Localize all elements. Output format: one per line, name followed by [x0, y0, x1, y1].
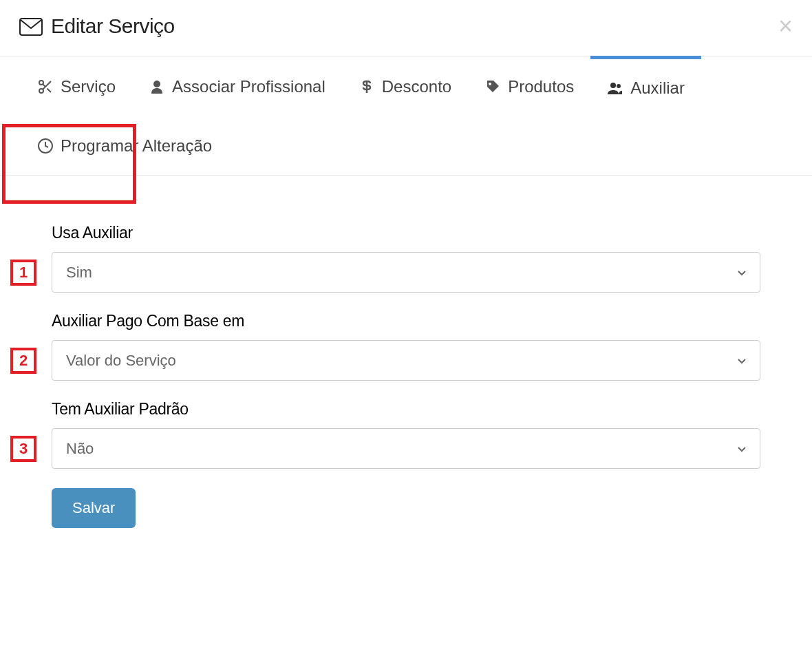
clock-icon	[37, 138, 54, 154]
select-pago-com-base[interactable]: Valor do Serviço	[52, 340, 760, 381]
tabs: Serviço Associar Profissional Desconto	[21, 56, 791, 175]
form-group-pago-com-base: Auxiliar Pago Com Base em 2 Valor do Ser…	[52, 312, 760, 381]
tab-label: Programar Alteração	[61, 136, 212, 156]
tab-auxiliar[interactable]: Auxiliar	[590, 56, 701, 117]
badge-1: 1	[10, 260, 36, 286]
select-wrapper: 2 Valor do Serviço	[52, 340, 760, 381]
label-tem-auxiliar-padrao: Tem Auxiliar Padrão	[52, 400, 760, 419]
badge-3: 3	[10, 436, 36, 462]
tabs-container: Serviço Associar Profissional Desconto	[0, 56, 812, 176]
select-wrapper: 1 Sim	[52, 252, 760, 293]
tab-label: Desconto	[382, 77, 451, 96]
tab-label: Serviço	[61, 77, 116, 96]
badge-2: 2	[10, 348, 36, 374]
tab-label: Produtos	[508, 77, 574, 96]
tab-desconto[interactable]: Desconto	[342, 56, 468, 117]
svg-point-4	[489, 83, 491, 85]
save-button[interactable]: Salvar	[52, 488, 136, 528]
select-wrapper: 3 Não	[52, 428, 760, 469]
svg-point-1	[39, 81, 43, 85]
users-icon	[607, 80, 623, 96]
envelope-icon	[19, 17, 43, 35]
form-group-tem-auxiliar-padrao: Tem Auxiliar Padrão 3 Não	[52, 400, 760, 469]
modal-header: Editar Serviço ×	[0, 0, 812, 56]
svg-point-2	[39, 89, 43, 93]
label-pago-com-base: Auxiliar Pago Com Base em	[52, 312, 760, 330]
svg-point-3	[153, 81, 160, 87]
close-button[interactable]: ×	[778, 14, 793, 39]
user-icon	[149, 78, 165, 95]
tab-programar-alteracao[interactable]: Programar Alteração	[21, 117, 228, 175]
tab-servico[interactable]: Serviço	[21, 56, 132, 117]
page-title-text: Editar Serviço	[51, 14, 175, 38]
svg-point-5	[610, 83, 616, 88]
select-usa-auxiliar[interactable]: Sim	[52, 252, 760, 293]
modal-title: Editar Serviço	[19, 14, 175, 38]
select-tem-auxiliar-padrao[interactable]: Não	[52, 428, 760, 469]
svg-point-6	[617, 84, 621, 88]
label-usa-auxiliar: Usa Auxiliar	[52, 224, 760, 242]
scissors-icon	[37, 78, 54, 95]
tab-label: Associar Profissional	[172, 77, 325, 96]
tag-icon	[484, 78, 501, 95]
tab-produtos[interactable]: Produtos	[468, 56, 590, 117]
tab-label: Auxiliar	[630, 78, 685, 98]
form-area: Usa Auxiliar 1 Sim Auxiliar Pago Com Bas…	[0, 176, 812, 549]
form-group-usa-auxiliar: Usa Auxiliar 1 Sim	[52, 224, 760, 293]
close-icon: ×	[778, 12, 793, 40]
svg-rect-0	[20, 19, 42, 35]
dollar-icon	[359, 78, 375, 95]
tab-associar-profissional[interactable]: Associar Profissional	[132, 56, 342, 117]
